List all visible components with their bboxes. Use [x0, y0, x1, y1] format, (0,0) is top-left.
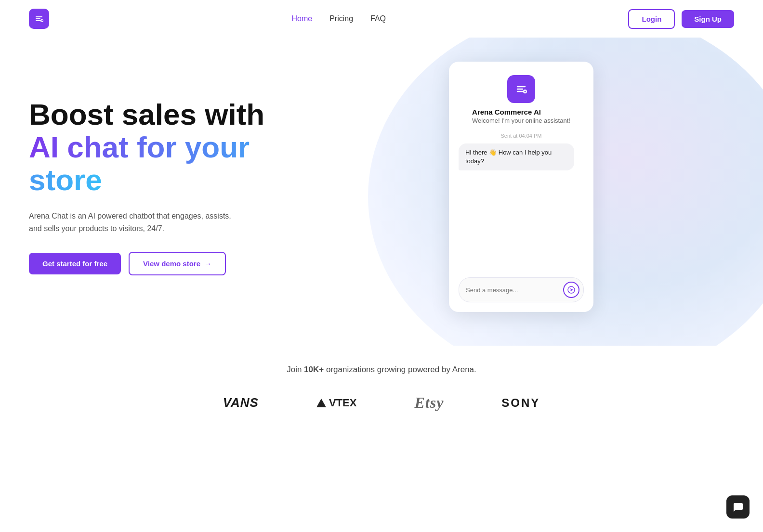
get-started-button[interactable]: Get started for free	[29, 253, 121, 274]
bot-message-bubble: Hi there 👋 How can I help you today?	[459, 143, 574, 170]
arrow-icon: →	[204, 260, 211, 268]
svg-marker-5	[570, 288, 573, 291]
brands-row: VANS VTEX Etsy SONY	[29, 394, 734, 412]
brands-tagline-bold: 10K+	[304, 365, 324, 374]
nav-buttons: Login Sign Up	[628, 9, 734, 29]
logo[interactable]	[29, 9, 49, 29]
etsy-logo-text: Etsy	[414, 394, 444, 411]
nav-faq[interactable]: FAQ	[370, 14, 386, 23]
signup-button[interactable]: Sign Up	[682, 10, 734, 28]
hero-content: Boost sales with AI chat for your store …	[29, 98, 308, 276]
logo-icon	[29, 9, 49, 29]
vtex-logo: VTEX	[316, 397, 356, 409]
svg-point-1	[40, 19, 43, 22]
hero-description: Arena Chat is an AI powered chatbot that…	[29, 210, 241, 234]
chat-window: Arena Commerce AI Welcome! I'm your onli…	[449, 62, 593, 312]
hero-title: Boost sales with AI chat for your store	[29, 98, 308, 197]
etsy-logo: Etsy	[414, 394, 444, 412]
message-timestamp: Sent at 04:04 PM	[459, 133, 584, 139]
brands-tagline-prefix: Join	[287, 365, 304, 374]
chat-avatar	[507, 75, 535, 103]
hero-visual: Arena Commerce AI Welcome! I'm your onli…	[308, 62, 734, 312]
brands-tagline-suffix: organizations growing powered by Arena.	[324, 365, 476, 374]
login-button[interactable]: Login	[628, 9, 675, 29]
vans-logo-text: VANS	[223, 395, 259, 410]
vtex-logo-text: VTEX	[329, 397, 356, 409]
chat-bot-info: Arena Commerce AI Welcome! I'm your onli…	[472, 108, 570, 124]
chat-header: Arena Commerce AI Welcome! I'm your onli…	[459, 75, 584, 124]
hero-title-gradient: AI chat for your store	[29, 130, 250, 196]
hero-title-line3: store	[29, 163, 102, 196]
vtex-triangle-icon	[316, 399, 326, 407]
brands-section: Join 10K+ organizations growing powered …	[0, 346, 763, 441]
nav-links: Home Pricing FAQ	[291, 14, 386, 23]
nav-pricing[interactable]: Pricing	[329, 14, 353, 23]
sony-logo: SONY	[501, 396, 540, 410]
chat-bubble-icon	[732, 501, 744, 513]
chat-messages: Sent at 04:04 PM Hi there 👋 How can I he…	[459, 133, 584, 277]
fixed-chat-button[interactable]	[726, 495, 750, 519]
chat-bot-subtitle: Welcome! I'm your online assistant!	[472, 117, 570, 124]
hero-section: Boost sales with AI chat for your store …	[0, 38, 763, 346]
brands-tagline: Join 10K+ organizations growing powered …	[29, 365, 734, 375]
navbar: Home Pricing FAQ Login Sign Up	[0, 0, 763, 38]
send-icon	[567, 286, 575, 294]
hero-title-line2: AI chat for your	[29, 130, 250, 164]
view-demo-label: View demo store	[143, 260, 200, 268]
chat-send-button[interactable]	[563, 282, 579, 298]
hero-title-line1: Boost sales with	[29, 98, 264, 131]
chat-message-input[interactable]	[466, 286, 559, 294]
chat-input-area[interactable]	[459, 277, 584, 302]
chat-bot-name: Arena Commerce AI	[472, 108, 570, 116]
nav-home[interactable]: Home	[291, 14, 312, 23]
vans-logo: VANS	[223, 395, 259, 410]
view-demo-button[interactable]: View demo store →	[129, 252, 226, 275]
hero-ctas: Get started for free View demo store →	[29, 252, 308, 275]
sony-logo-text: SONY	[501, 396, 540, 409]
